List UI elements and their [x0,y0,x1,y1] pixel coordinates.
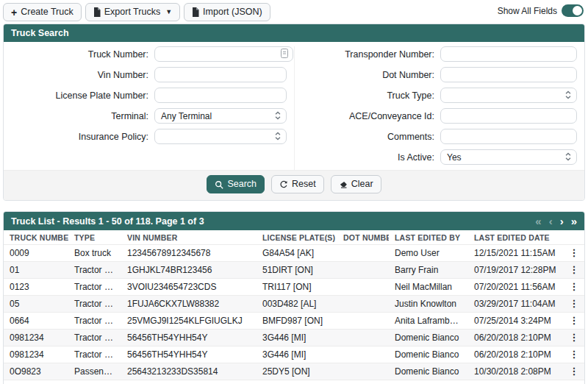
kebab-menu-icon[interactable]: ⋮ [570,298,579,309]
dot-number-input[interactable] [440,67,577,82]
truck-number-input[interactable] [154,46,293,62]
cell-last_edited_by: Neil MacMillan [389,279,468,296]
cell-last_edited_by: Domenic Bianco [389,330,468,346]
search-actions: Search Reset Clear [4,170,584,200]
kebab-menu-icon[interactable]: ⋮ [570,366,579,377]
terminal-selected-value: Any Terminal [155,111,275,121]
table-row[interactable]: 01Tractor (Semi)1GHJKL74BR12345651DIRT [… [4,262,584,279]
cell-type: Tractor (Semi) [68,380,121,384]
cell-type: Tractor (Semi) [68,346,121,363]
cell-dot_number [337,330,389,346]
ace-conveyance-id-input[interactable] [440,108,577,124]
table-row[interactable]: 0009Box truck12345678912345678G84A54 [AK… [4,245,584,262]
row-menu-cell: ⋮ [564,330,584,346]
field-row-transponder-number: Transponder Number: [295,46,584,62]
cell-last_edited_date: 06/20/2018 2:10PM [468,346,564,363]
truck-table: TRUCK NUMBERTYPEVIN NUMBERLICENSE PLATE(… [4,230,584,384]
cell-last_edited_by: Justin Knowlton [389,296,468,313]
import-json-button[interactable]: Import (JSON) [184,3,270,21]
cell-dot_number [337,363,389,380]
comments-input[interactable] [440,129,577,144]
reset-button-label: Reset [292,179,316,190]
insurance-policy-select[interactable] [154,129,287,144]
kebab-menu-icon[interactable]: ⋮ [570,315,579,326]
cell-vin_number: 1FUJA6CKX7LW88382 [121,296,257,313]
file-export-icon [93,7,101,17]
cell-truck_number: 01 [4,262,68,279]
show-all-fields-toggle[interactable] [562,4,584,17]
chevrons-up-down-icon [275,130,281,143]
column-header-type: TYPE [68,230,121,245]
search-button[interactable]: Search [207,175,265,193]
field-row-vin-number: Vin Number: [4,67,294,82]
truck-number-field[interactable] [155,47,281,61]
cell-vin_number: IJUY1234567895672 [121,380,257,384]
is-active-selected-value: Yes [441,152,565,163]
cell-vin_number: 12345678912345678 [121,245,257,262]
search-form-left-column: Truck Number:Vin Number:License Plate Nu… [4,46,294,170]
cell-vin_number: 56456TH54YHH54Y [121,330,257,346]
terminal-label: Terminal: [4,111,154,121]
cell-license_plates: 25DY5 [ON] [257,363,337,380]
cell-type: Tractor (Semi) [68,279,121,296]
ace-conveyance-id-field[interactable] [441,109,576,123]
table-row[interactable]: 0123Tractor (Semi)3VOIU234654723CDSTRI11… [4,279,584,296]
kebab-menu-icon[interactable]: ⋮ [570,264,579,275]
table-row[interactable]: 0981234Tractor (Semi)56456TH54YHH54Y3G44… [4,330,584,346]
row-menu-cell: ⋮ [564,279,584,296]
dot-number-field[interactable] [441,68,576,82]
last-page-button[interactable]: » [571,216,577,227]
cell-last_edited_date: 10/30/2018 2:08PM [468,363,564,380]
kebab-menu-icon[interactable]: ⋮ [570,349,579,360]
field-row-comments: Comments: [295,129,584,144]
create-truck-button[interactable]: + Create Truck [3,3,82,21]
reset-button[interactable]: Reset [271,175,324,193]
search-button-label: Search [227,179,257,190]
vin-number-input[interactable] [154,67,287,82]
transponder-number-field[interactable] [441,47,576,61]
insurance-policy-label: Insurance Policy: [4,132,154,142]
clear-button[interactable]: Clear [331,175,381,193]
cell-vin_number: 25643213233DS35814 [121,363,257,380]
kebab-menu-icon[interactable]: ⋮ [570,281,579,292]
cell-dot_number [337,313,389,330]
field-row-ace-conveyance-id: ACE/Conveyance Id: [295,108,584,124]
cell-license_plates: G84A54 [AK] [257,245,337,262]
next-page-button[interactable]: › [560,216,564,227]
terminal-select[interactable]: Any Terminal [154,108,287,124]
cell-dot_number [337,346,389,363]
truck-type-select[interactable] [440,88,577,103]
import-json-label: Import (JSON) [203,7,262,18]
truck-type-label: Truck Type: [295,90,440,101]
vin-number-field[interactable] [155,68,286,82]
kebab-menu-icon[interactable]: ⋮ [570,247,579,258]
license-plate-number-input[interactable] [154,88,287,103]
clear-button-label: Clear [351,179,373,190]
row-menu-cell: ⋮ [564,363,584,380]
table-row[interactable]: 05Tractor (Semi)1FUJA6CKX7LW88382003D482… [4,296,584,313]
cell-type: Tractor (Semi) [68,262,121,279]
field-row-terminal: Terminal:Any Terminal [4,108,294,124]
column-header-truck_number: TRUCK NUMBER [4,230,68,245]
table-row[interactable]: 0981234Tractor (Semi)56456TH54YHH54Y3G44… [4,346,584,363]
file-import-icon [192,7,199,17]
table-row[interactable]: 0664Tractor (Semi)25VMGJ9I1254KLFGIUGLKJ… [4,313,584,330]
kebab-menu-icon[interactable]: ⋮ [570,332,579,343]
field-row-is-active: Is Active:Yes [295,149,584,165]
is-active-select[interactable]: Yes [440,149,577,165]
transponder-number-input[interactable] [440,46,577,62]
cell-last_edited_by: Demo User [389,245,468,262]
prev-page-button[interactable]: ‹ [549,216,553,227]
table-row[interactable]: 1Tractor (Semi)IJUY123456789567251DIRT [… [4,380,584,384]
license-plate-number-field[interactable] [155,88,286,102]
cell-last_edited_date: 03/29/2017 11:04AM [468,296,564,313]
cell-dot_number [337,380,389,384]
comments-field[interactable] [441,129,576,143]
first-page-button[interactable]: « [535,216,541,227]
cell-last_edited_date: 11/12/2021 4:48PM [468,380,564,384]
table-row[interactable]: 0O9823Passenger, van25643213233DS3581425… [4,363,584,380]
cell-license_plates: 51DIRT [ON] [257,380,337,384]
row-menu-cell: ⋮ [564,313,584,330]
export-trucks-button[interactable]: Export Trucks ▼ [85,3,180,21]
cell-truck_number: 0664 [4,313,68,330]
